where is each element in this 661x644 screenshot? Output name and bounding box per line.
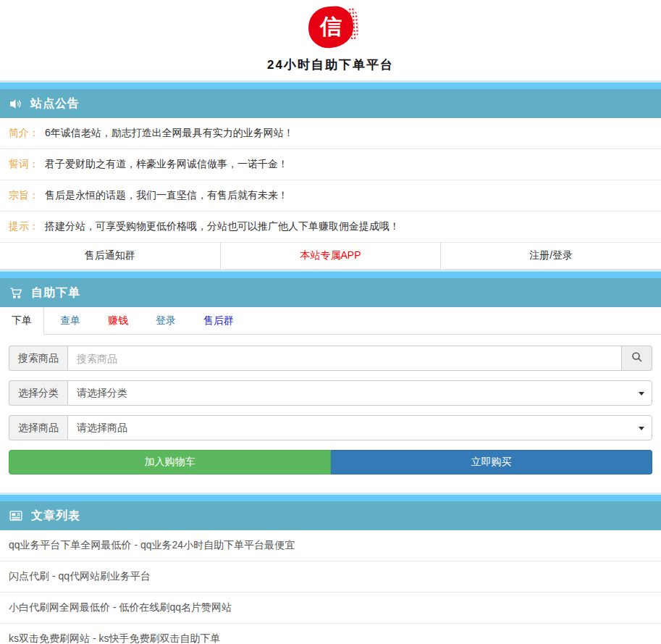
articles-section-title: 文章列表 [31,509,80,524]
notice-label: 誓词： [9,158,39,170]
notice-row-intro: 简介：6年诚信老站，励志打造出全网最具有实力的业务网站！ [0,118,661,149]
divider-strip-blue [0,83,661,89]
announcement-section-title: 站点公告 [30,96,80,112]
divider-strip-blue [0,272,661,278]
tab-earn-money[interactable]: 赚钱 [96,307,140,334]
tab-login[interactable]: 登录 [144,307,188,334]
search-button[interactable] [622,346,652,371]
chevron-down-icon [639,392,644,396]
order-tabs: 下单 查单 赚钱 登录 售后群 [0,307,661,335]
notice-row-tip: 提示：搭建分站，可享受购物更低价格哦，分站也可以推广他人下单赚取佣金提成哦！ [0,212,661,243]
aftersale-group-button[interactable]: 售后通知群 [0,243,220,269]
add-to-cart-button[interactable]: 加入购物车 [9,450,331,474]
notice-text: 搭建分站，可享受购物更低价格哦，分站也可以推广他人下单赚取佣金提成哦！ [45,220,400,232]
product-select[interactable]: 请选择商品 [67,415,652,440]
site-logo: 信 [308,7,353,48]
logo-character: 信 [320,12,342,42]
speaker-icon [9,98,22,110]
search-input[interactable] [67,346,622,371]
product-label: 选择商品 [9,415,67,440]
site-app-button[interactable]: 本站专属APP [220,243,441,269]
newspaper-icon [9,510,22,522]
order-section-header: 自助下单 [0,278,661,307]
register-login-button[interactable]: 注册/登录 [440,243,661,269]
product-selected-value: 请选择商品 [77,422,127,435]
category-select[interactable]: 请选择分类 [67,380,652,406]
notice-text: 售后是永恒的话题，我们一直坚信，有售后就有未来！ [45,189,288,201]
quick-links-row: 售后通知群 本站专属APP 注册/登录 [0,243,661,269]
article-item[interactable]: 闪点代刷 - qq代网站刷业务平台 [0,561,661,593]
chevron-down-icon [639,427,644,430]
notice-label: 宗旨： [9,189,39,201]
page-title: 24小时自助下单平台 [0,57,661,73]
article-item[interactable]: qq业务平台下单全网最低价 - qq业务24小时自助下单平台最便宜 [0,530,661,561]
article-item[interactable]: 小白代刷网全网最低价 - 低价在线刷qq名片赞网站 [0,593,661,624]
site-header: 信 24小时自助下单平台 [0,0,661,80]
cart-icon [9,287,22,299]
search-product-group: 搜索商品 [9,346,652,371]
notice-text: 6年诚信老站，励志打造出全网最具有实力的业务网站！ [45,127,294,138]
articles-section-header: 文章列表 [0,501,661,530]
buy-now-button[interactable]: 立即购买 [331,450,652,474]
notice-label: 简介： [9,127,39,138]
category-select-group: 选择分类 请选择分类 [9,380,652,406]
product-select-group: 选择商品 请选择商品 [9,415,652,440]
order-actions: 加入购物车 立即购买 [9,450,652,474]
tab-aftersale-group[interactable]: 售后群 [192,307,245,334]
category-selected-value: 请选择分类 [77,387,127,400]
announcement-section-header: 站点公告 [0,89,661,118]
order-form: 搜索商品 选择分类 请选择分类 选择商品 请选择商品 加入购物车 立即购买 [0,335,661,484]
notice-label: 提示： [9,220,39,232]
seal-texture [345,7,359,40]
notice-text: 君子爱财助之有道，梓豪业务网诚信做事，一诺千金！ [45,158,288,170]
article-item[interactable]: ks双击免费刷网站 - ks快手免费刷双击自助下单 [0,624,661,644]
divider-strip-blue [0,495,661,501]
order-section-title: 自助下单 [31,285,80,301]
spacer [0,484,661,493]
category-label: 选择分类 [9,380,67,406]
notice-row-purpose: 宗旨：售后是永恒的话题，我们一直坚信，有售后就有未来！ [0,180,661,212]
tab-check-order[interactable]: 查单 [49,307,92,334]
notice-row-oath: 誓词：君子爱财助之有道，梓豪业务网诚信做事，一诺千金！ [0,149,661,180]
search-product-label: 搜索商品 [9,346,67,371]
tab-place-order[interactable]: 下单 [0,307,44,335]
search-icon [631,351,643,365]
logo-seal-icon: 信 [307,5,355,49]
